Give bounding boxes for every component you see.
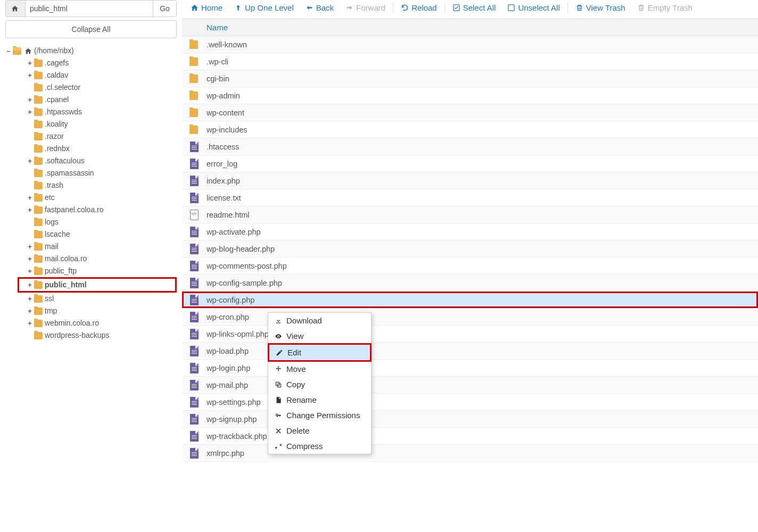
table-row[interactable]: readme.html	[182, 206, 758, 223]
forward-button: Forward	[340, 0, 391, 15]
tree-item[interactable]: +mail	[5, 240, 177, 253]
row-name: .well-known	[207, 40, 247, 49]
table-row[interactable]: wp-activate.php	[182, 223, 758, 240]
toggle-icon[interactable]: +	[27, 253, 33, 265]
collapse-all-button[interactable]: Collapse All	[5, 20, 177, 38]
tree-item[interactable]: +.cpanel	[5, 94, 177, 106]
table-row[interactable]: index.php	[182, 172, 758, 189]
up-one-level-button[interactable]: Up One Level	[229, 0, 299, 15]
view-trash-button[interactable]: View Trash	[570, 0, 631, 15]
separator	[444, 3, 445, 13]
tree-root[interactable]: – (/home/nbx)	[5, 45, 177, 57]
tree-item[interactable]: logs	[5, 216, 177, 228]
reload-button[interactable]: Reload	[396, 0, 442, 15]
tree-item[interactable]: +mail.coloa.ro	[5, 253, 177, 265]
folder-icon	[34, 60, 43, 67]
toggle-icon[interactable]: +	[27, 265, 33, 277]
tree-item[interactable]: +etc	[5, 192, 177, 204]
folder-icon	[34, 332, 43, 339]
tree-item[interactable]: +public_ftp	[5, 265, 177, 277]
table-row[interactable]: .wp-cli	[182, 53, 758, 70]
ctx-view[interactable]: View	[268, 328, 371, 344]
table-row[interactable]: wp-comments-post.php	[182, 257, 758, 275]
table-row[interactable]: wp-config-sample.php	[182, 275, 758, 292]
folder-icon	[190, 92, 198, 100]
back-button[interactable]: Back	[300, 0, 339, 15]
tree-item[interactable]: .spamassassin	[5, 167, 177, 179]
folder-icon	[34, 96, 43, 104]
folder-icon	[34, 194, 43, 202]
tree-item-label: .caldav	[45, 69, 68, 81]
toggle-icon[interactable]: +	[27, 192, 33, 204]
toggle-icon[interactable]: +	[27, 57, 33, 69]
tree-item[interactable]: lscache	[5, 228, 177, 240]
ctx-rename[interactable]: Rename	[268, 392, 371, 408]
unselect-all-button[interactable]: Unselect All	[502, 0, 565, 15]
file-icon	[190, 397, 199, 408]
toggle-icon[interactable]: +	[27, 240, 33, 253]
table-row[interactable]: wp-content	[182, 104, 758, 121]
file-icon	[190, 193, 199, 203]
select-all-button[interactable]: Select All	[447, 0, 501, 15]
table-row[interactable]: .well-known	[182, 36, 758, 53]
table-row[interactable]: wp-includes	[182, 121, 758, 138]
ctx-copy[interactable]: Copy	[268, 377, 371, 392]
tree-item[interactable]: wordpress-backups	[5, 329, 177, 342]
tree-item[interactable]: .trash	[5, 179, 177, 192]
row-name: wp-login.php	[207, 364, 250, 372]
tree-item[interactable]: +public_html	[18, 277, 177, 293]
table-row[interactable]: wp-config.php	[182, 292, 758, 309]
path-home-button[interactable]	[5, 0, 26, 17]
folder-icon	[34, 133, 43, 140]
ctx-permissions[interactable]: Change Permissions	[268, 408, 371, 423]
toggle-icon[interactable]: +	[27, 69, 33, 81]
copy-icon	[275, 381, 282, 388]
ctx-delete[interactable]: Delete	[268, 423, 371, 438]
ctx-move[interactable]: Move	[268, 361, 371, 377]
tree-item[interactable]: +.caldav	[5, 69, 177, 81]
toggle-icon[interactable]: +	[27, 155, 33, 167]
tree-item[interactable]: +tmp	[5, 305, 177, 317]
table-row[interactable]: cgi-bin	[182, 70, 758, 87]
row-name: wp-cron.php	[207, 313, 249, 321]
ctx-edit[interactable]: Edit	[268, 343, 372, 362]
file-icon	[190, 142, 199, 152]
tree-item-label: lscache	[45, 228, 70, 240]
tree-item[interactable]: +ssl	[5, 293, 177, 305]
ctx-download[interactable]: Download	[268, 313, 371, 328]
toggle-icon[interactable]: +	[27, 106, 33, 118]
folder-icon	[190, 57, 198, 66]
ctx-compress[interactable]: Compress	[268, 438, 371, 454]
tree-item-label: mail	[45, 240, 59, 253]
path-input[interactable]	[26, 0, 153, 17]
tree-item[interactable]: +.htpasswds	[5, 106, 177, 118]
table-row[interactable]: error_log	[182, 155, 758, 172]
folder-icon	[34, 109, 43, 116]
tree-item[interactable]: .rednbx	[5, 143, 177, 155]
separator	[567, 3, 568, 13]
tree-item[interactable]: .koality	[5, 118, 177, 130]
tree-item[interactable]: +.cagefs	[5, 57, 177, 69]
row-name: error_log	[207, 160, 237, 168]
tree-item[interactable]: .cl.selector	[5, 81, 177, 94]
toggle-icon[interactable]: –	[5, 45, 12, 57]
row-name: wp-links-opml.php	[207, 330, 269, 338]
tree-item[interactable]: .razor	[5, 130, 177, 143]
toggle-icon[interactable]: +	[27, 204, 33, 216]
row-name: wp-signup.php	[207, 415, 257, 423]
toggle-icon[interactable]: +	[27, 293, 33, 305]
go-button[interactable]: Go	[153, 0, 177, 17]
table-row[interactable]: .htaccess	[182, 138, 758, 155]
toggle-icon[interactable]: +	[27, 279, 33, 291]
table-row[interactable]: wp-admin	[182, 87, 758, 104]
table-row[interactable]: wp-blog-header.php	[182, 240, 758, 257]
tree-item[interactable]: +.softaculous	[5, 155, 177, 167]
toggle-icon[interactable]: +	[27, 317, 33, 329]
home-button[interactable]: Home	[185, 0, 228, 15]
tree-item[interactable]: +webmin.coloa.ro	[5, 317, 177, 329]
column-header-name[interactable]: Name	[182, 19, 758, 36]
table-row[interactable]: license.txt	[182, 189, 758, 206]
tree-item[interactable]: +fastpanel.coloa.ro	[5, 204, 177, 216]
toggle-icon[interactable]: +	[27, 94, 33, 106]
toggle-icon[interactable]: +	[27, 305, 33, 317]
